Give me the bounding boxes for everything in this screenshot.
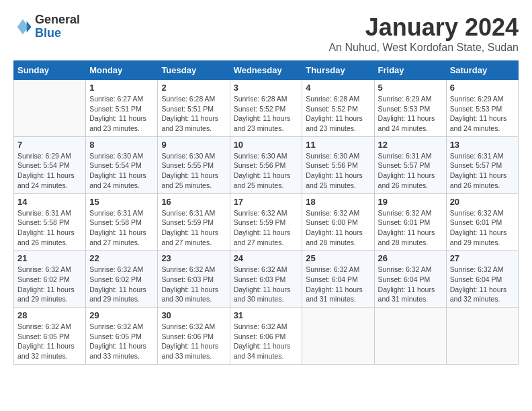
day-number: 22 bbox=[89, 253, 154, 263]
week-row-3: 14Sunrise: 6:31 AM Sunset: 5:58 PM Dayli… bbox=[14, 193, 519, 250]
day-cell bbox=[14, 80, 86, 137]
day-number: 10 bbox=[234, 140, 299, 150]
day-number: 12 bbox=[378, 140, 443, 150]
day-cell: 8Sunrise: 6:30 AM Sunset: 5:54 PM Daylig… bbox=[86, 136, 158, 193]
column-header-friday: Friday bbox=[374, 61, 446, 80]
day-cell: 28Sunrise: 6:32 AM Sunset: 6:05 PM Dayli… bbox=[14, 308, 86, 365]
day-number: 14 bbox=[17, 197, 82, 207]
day-cell: 3Sunrise: 6:28 AM Sunset: 5:52 PM Daylig… bbox=[230, 80, 302, 137]
day-cell: 15Sunrise: 6:31 AM Sunset: 5:58 PM Dayli… bbox=[86, 193, 158, 250]
day-info: Sunrise: 6:27 AM Sunset: 5:51 PM Dayligh… bbox=[89, 94, 154, 134]
day-info: Sunrise: 6:32 AM Sunset: 6:02 PM Dayligh… bbox=[89, 265, 154, 304]
day-number: 24 bbox=[234, 253, 299, 263]
day-number: 5 bbox=[378, 83, 443, 93]
day-cell: 21Sunrise: 6:32 AM Sunset: 6:02 PM Dayli… bbox=[14, 250, 86, 308]
calendar-table: SundayMondayTuesdayWednesdayThursdayFrid… bbox=[13, 60, 519, 365]
location-subtitle: An Nuhud, West Kordofan State, Sudan bbox=[328, 42, 519, 54]
day-cell: 19Sunrise: 6:32 AM Sunset: 6:01 PM Dayli… bbox=[374, 193, 446, 250]
day-number: 8 bbox=[89, 140, 154, 150]
day-cell: 14Sunrise: 6:31 AM Sunset: 5:58 PM Dayli… bbox=[14, 193, 86, 250]
day-number: 21 bbox=[17, 253, 82, 263]
day-cell: 22Sunrise: 6:32 AM Sunset: 6:02 PM Dayli… bbox=[86, 250, 158, 308]
day-cell: 6Sunrise: 6:29 AM Sunset: 5:53 PM Daylig… bbox=[446, 80, 518, 137]
day-info: Sunrise: 6:32 AM Sunset: 6:03 PM Dayligh… bbox=[234, 265, 299, 304]
column-header-thursday: Thursday bbox=[302, 61, 374, 80]
day-info: Sunrise: 6:32 AM Sunset: 6:04 PM Dayligh… bbox=[378, 265, 443, 304]
day-cell: 25Sunrise: 6:32 AM Sunset: 6:04 PM Dayli… bbox=[302, 250, 374, 308]
day-info: Sunrise: 6:32 AM Sunset: 6:04 PM Dayligh… bbox=[450, 265, 515, 304]
day-number: 23 bbox=[161, 253, 226, 263]
day-info: Sunrise: 6:31 AM Sunset: 5:57 PM Dayligh… bbox=[378, 151, 443, 191]
day-number: 6 bbox=[450, 83, 515, 93]
day-number: 17 bbox=[234, 197, 299, 207]
day-cell: 2Sunrise: 6:28 AM Sunset: 5:51 PM Daylig… bbox=[158, 80, 230, 137]
day-cell: 17Sunrise: 6:32 AM Sunset: 5:59 PM Dayli… bbox=[230, 193, 302, 250]
day-info: Sunrise: 6:31 AM Sunset: 5:59 PM Dayligh… bbox=[161, 208, 226, 248]
day-cell: 9Sunrise: 6:30 AM Sunset: 5:55 PM Daylig… bbox=[158, 136, 230, 193]
day-number: 28 bbox=[17, 310, 82, 320]
day-info: Sunrise: 6:28 AM Sunset: 5:52 PM Dayligh… bbox=[306, 94, 370, 134]
day-info: Sunrise: 6:29 AM Sunset: 5:53 PM Dayligh… bbox=[450, 94, 515, 134]
header-row: SundayMondayTuesdayWednesdayThursdayFrid… bbox=[14, 61, 519, 80]
logo-line2: Blue bbox=[35, 27, 80, 40]
day-number: 19 bbox=[378, 197, 443, 207]
day-info: Sunrise: 6:32 AM Sunset: 6:01 PM Dayligh… bbox=[450, 208, 515, 248]
day-number: 4 bbox=[306, 83, 370, 93]
day-info: Sunrise: 6:32 AM Sunset: 6:00 PM Dayligh… bbox=[306, 208, 370, 248]
day-info: Sunrise: 6:32 AM Sunset: 6:03 PM Dayligh… bbox=[161, 265, 226, 304]
day-info: Sunrise: 6:32 AM Sunset: 6:04 PM Dayligh… bbox=[306, 265, 370, 304]
month-title: January 2024 bbox=[328, 13, 519, 42]
day-info: Sunrise: 6:30 AM Sunset: 5:56 PM Dayligh… bbox=[306, 151, 370, 191]
day-cell: 30Sunrise: 6:32 AM Sunset: 6:06 PM Dayli… bbox=[158, 308, 230, 365]
day-info: Sunrise: 6:31 AM Sunset: 5:58 PM Dayligh… bbox=[17, 208, 82, 248]
day-cell bbox=[446, 308, 518, 365]
column-header-saturday: Saturday bbox=[446, 61, 518, 80]
column-header-monday: Monday bbox=[86, 61, 158, 80]
day-number: 26 bbox=[378, 253, 443, 263]
day-number: 16 bbox=[161, 197, 226, 207]
day-cell: 31Sunrise: 6:32 AM Sunset: 6:06 PM Dayli… bbox=[230, 308, 302, 365]
week-row-1: 1Sunrise: 6:27 AM Sunset: 5:51 PM Daylig… bbox=[14, 80, 519, 137]
day-cell bbox=[302, 308, 374, 365]
day-number: 18 bbox=[306, 197, 370, 207]
logo-line1: General bbox=[35, 13, 80, 27]
day-cell: 23Sunrise: 6:32 AM Sunset: 6:03 PM Dayli… bbox=[158, 250, 230, 308]
column-header-tuesday: Tuesday bbox=[158, 61, 230, 80]
day-info: Sunrise: 6:29 AM Sunset: 5:53 PM Dayligh… bbox=[378, 94, 443, 134]
day-cell: 29Sunrise: 6:32 AM Sunset: 6:05 PM Dayli… bbox=[86, 308, 158, 365]
day-info: Sunrise: 6:32 AM Sunset: 6:06 PM Dayligh… bbox=[234, 322, 299, 361]
page-header: General Blue January 2024 An Nuhud, West… bbox=[13, 13, 519, 54]
day-info: Sunrise: 6:28 AM Sunset: 5:51 PM Dayligh… bbox=[161, 94, 226, 134]
day-cell: 5Sunrise: 6:29 AM Sunset: 5:53 PM Daylig… bbox=[374, 80, 446, 137]
day-number: 15 bbox=[89, 197, 154, 207]
week-row-5: 28Sunrise: 6:32 AM Sunset: 6:05 PM Dayli… bbox=[14, 308, 519, 365]
day-number: 9 bbox=[161, 140, 226, 150]
day-number: 20 bbox=[450, 197, 515, 207]
day-cell: 1Sunrise: 6:27 AM Sunset: 5:51 PM Daylig… bbox=[86, 80, 158, 137]
day-cell: 11Sunrise: 6:30 AM Sunset: 5:56 PM Dayli… bbox=[302, 136, 374, 193]
day-number: 3 bbox=[234, 83, 299, 93]
day-number: 27 bbox=[450, 253, 515, 263]
day-info: Sunrise: 6:32 AM Sunset: 6:05 PM Dayligh… bbox=[89, 322, 154, 361]
day-info: Sunrise: 6:30 AM Sunset: 5:56 PM Dayligh… bbox=[234, 151, 299, 191]
day-info: Sunrise: 6:30 AM Sunset: 5:55 PM Dayligh… bbox=[161, 151, 226, 191]
logo: General Blue bbox=[13, 13, 80, 40]
day-cell: 18Sunrise: 6:32 AM Sunset: 6:00 PM Dayli… bbox=[302, 193, 374, 250]
day-info: Sunrise: 6:30 AM Sunset: 5:54 PM Dayligh… bbox=[89, 151, 154, 191]
day-cell: 26Sunrise: 6:32 AM Sunset: 6:04 PM Dayli… bbox=[374, 250, 446, 308]
day-number: 31 bbox=[234, 310, 299, 320]
day-number: 11 bbox=[306, 140, 370, 150]
day-info: Sunrise: 6:32 AM Sunset: 6:01 PM Dayligh… bbox=[378, 208, 443, 248]
day-number: 2 bbox=[161, 83, 226, 93]
day-info: Sunrise: 6:31 AM Sunset: 5:57 PM Dayligh… bbox=[450, 151, 515, 191]
day-info: Sunrise: 6:32 AM Sunset: 6:06 PM Dayligh… bbox=[161, 322, 226, 361]
day-number: 29 bbox=[89, 310, 154, 320]
day-cell: 24Sunrise: 6:32 AM Sunset: 6:03 PM Dayli… bbox=[230, 250, 302, 308]
title-block: January 2024 An Nuhud, West Kordofan Sta… bbox=[328, 13, 519, 54]
day-cell: 13Sunrise: 6:31 AM Sunset: 5:57 PM Dayli… bbox=[446, 136, 518, 193]
week-row-4: 21Sunrise: 6:32 AM Sunset: 6:02 PM Dayli… bbox=[14, 250, 519, 308]
day-info: Sunrise: 6:31 AM Sunset: 5:58 PM Dayligh… bbox=[89, 208, 154, 248]
day-number: 13 bbox=[450, 140, 515, 150]
day-info: Sunrise: 6:32 AM Sunset: 5:59 PM Dayligh… bbox=[234, 208, 299, 248]
logo-icon bbox=[13, 17, 32, 36]
